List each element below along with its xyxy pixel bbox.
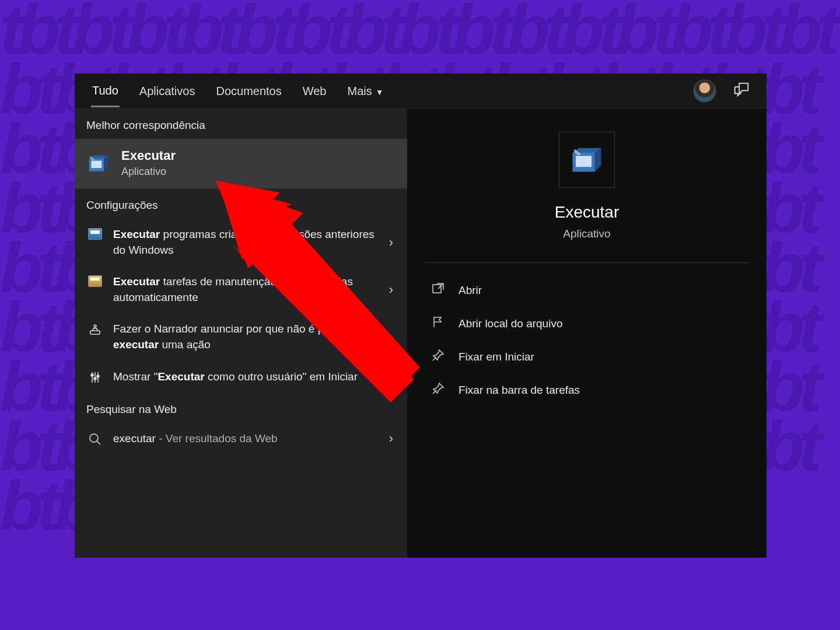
tab-documentos[interactable]: Documentos xyxy=(215,75,282,106)
maintenance-icon xyxy=(88,275,102,287)
svg-rect-0 xyxy=(91,160,102,168)
chevron-right-icon[interactable]: › xyxy=(386,369,397,384)
settings-item-runas[interactable]: Mostrar "Executar como outro usuário" em… xyxy=(75,361,407,393)
svg-point-8 xyxy=(97,375,99,377)
web-search-label: executar - Ver resultados da Web xyxy=(113,431,376,447)
user-avatar[interactable] xyxy=(693,79,716,103)
settings-item-compat[interactable]: Executar programas criados para versões … xyxy=(75,219,407,266)
action-label: Fixar em Iniciar xyxy=(459,351,534,363)
web-search-header: Pesquisar na Web xyxy=(75,393,407,423)
best-match-subtitle: Aplicativo xyxy=(121,166,176,178)
action-pin-start[interactable]: Fixar em Iniciar xyxy=(425,340,766,373)
action-label: Abrir xyxy=(459,284,482,297)
pin-icon xyxy=(430,382,446,398)
chevron-right-icon[interactable]: › xyxy=(386,235,397,250)
svg-rect-1 xyxy=(90,331,100,334)
settings-item-label: Fazer o Narrador anunciar por que não é … xyxy=(113,321,376,352)
svg-point-6 xyxy=(91,374,93,376)
settings-item-maintenance[interactable]: Executar tarefas de manutenção recomenda… xyxy=(75,266,407,313)
search-icon xyxy=(86,432,104,446)
tab-web[interactable]: Web xyxy=(302,75,328,106)
settings-item-label: Executar tarefas de manutenção recomenda… xyxy=(113,274,376,305)
app-subtitle: Aplicativo xyxy=(563,228,610,240)
divider xyxy=(425,262,749,263)
app-title: Executar xyxy=(555,203,620,222)
open-icon xyxy=(430,282,446,299)
run-icon xyxy=(86,151,111,176)
action-open[interactable]: Abrir xyxy=(425,274,766,307)
svg-point-9 xyxy=(90,434,98,442)
settings-item-narrator[interactable]: Fazer o Narrador anunciar por que não é … xyxy=(75,313,407,360)
settings-item-label: Mostrar "Executar como outro usuário" em… xyxy=(113,369,376,385)
best-match-item[interactable]: Executar Aplicativo xyxy=(75,139,407,188)
action-pin-taskbar[interactable]: Fixar na barra de tarefas xyxy=(425,373,766,407)
control-panel-icon xyxy=(88,228,102,240)
svg-point-2 xyxy=(94,325,96,327)
results-panel: Melhor correspondência Executar Aplicati… xyxy=(75,108,407,558)
chevron-down-icon: ▼ xyxy=(376,88,384,97)
chevron-right-icon[interactable]: › xyxy=(386,282,397,298)
web-search-item[interactable]: executar - Ver resultados da Web › xyxy=(75,423,407,455)
folder-location-icon xyxy=(430,315,446,332)
svg-rect-12 xyxy=(433,285,441,293)
svg-line-10 xyxy=(97,441,100,444)
action-label: Abrir local do arquivo xyxy=(459,317,562,330)
pin-icon xyxy=(430,348,446,365)
user-switch-icon xyxy=(86,370,104,384)
feedback-icon[interactable] xyxy=(733,81,750,101)
svg-rect-11 xyxy=(576,156,592,167)
best-match-header: Melhor correspondência xyxy=(75,108,407,139)
tab-aplicativos[interactable]: Aplicativos xyxy=(138,75,197,106)
filter-tabs: Tudo Aplicativos Documentos Web Mais▼ xyxy=(75,74,766,108)
settings-item-label: Executar programas criados para versões … xyxy=(113,227,376,258)
settings-header: Configurações xyxy=(75,188,407,219)
action-label: Fixar na barra de tarefas xyxy=(459,384,580,397)
preview-panel: Executar Aplicativo Abrir Abrir local do… xyxy=(407,108,766,558)
action-open-location[interactable]: Abrir local do arquivo xyxy=(425,307,766,340)
tab-mais[interactable]: Mais▼ xyxy=(346,75,385,106)
tab-tudo[interactable]: Tudo xyxy=(91,75,120,107)
best-match-title: Executar xyxy=(121,148,176,163)
chevron-right-icon[interactable]: › xyxy=(386,330,397,345)
app-icon-box xyxy=(559,132,615,188)
chevron-right-icon[interactable]: › xyxy=(386,431,397,446)
search-window: Tudo Aplicativos Documentos Web Mais▼ Me… xyxy=(75,74,766,558)
narrator-icon xyxy=(86,323,104,337)
svg-point-7 xyxy=(94,377,96,380)
